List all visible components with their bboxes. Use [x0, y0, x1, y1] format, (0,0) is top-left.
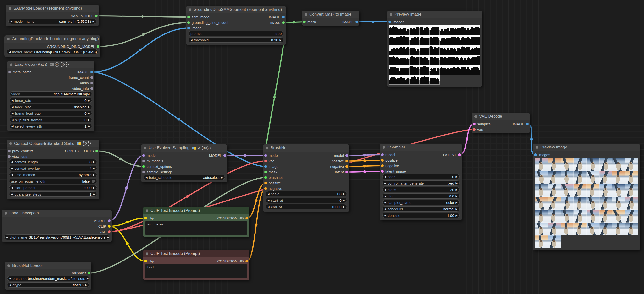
- node-collapse-dot[interactable]: [390, 13, 392, 16]
- output-dot-IMAGE[interactable]: [90, 71, 93, 73]
- widget-frame_load_cap[interactable]: ◀frame_load_cap0▶: [10, 111, 92, 116]
- widget-right-arrow[interactable]: ▶: [280, 39, 282, 41]
- node-title-bar[interactable]: Load Checkpoint: [2, 210, 112, 217]
- widget-right-arrow[interactable]: ▶: [456, 208, 458, 210]
- node-collapse-dot[interactable]: [144, 147, 146, 149]
- widget-right-arrow[interactable]: ▶: [456, 188, 458, 191]
- widget-steps[interactable]: ◀steps20▶: [382, 187, 460, 192]
- input-dot-image[interactable]: [187, 27, 190, 29]
- output-dot-MASK[interactable]: [282, 21, 285, 24]
- widget-brushnet[interactable]: ◀brushnetbrushnet/random_mask.safetensor…: [7, 276, 89, 281]
- widget-start_at[interactable]: ◀start_at0▶: [266, 198, 347, 203]
- node-collapse-dot[interactable]: [10, 63, 12, 66]
- input-dot-images[interactable]: [388, 20, 391, 23]
- output-dot-CLIP[interactable]: [108, 225, 110, 228]
- node-title-bar[interactable]: CLIP Text Encode (Prompt): [143, 250, 249, 258]
- widget-skip_first_frames[interactable]: ◀skip_first_frames0▶: [10, 117, 92, 122]
- input-dot-negative[interactable]: [264, 187, 267, 190]
- input-dot-view_opts[interactable]: [8, 155, 10, 158]
- widget-right-arrow[interactable]: ▶: [93, 174, 95, 176]
- widget-right-arrow[interactable]: ▶: [456, 175, 458, 178]
- node-use_evolved[interactable]: Use Evolved SamplingAD2modelMODELm_model…: [141, 144, 227, 182]
- output-dot-latent[interactable]: [346, 171, 348, 173]
- node-title-bar[interactable]: Use Evolved SamplingAD2: [141, 144, 227, 152]
- node-dino_loader[interactable]: GroundingDinoModelLoader (segment anythi…: [4, 35, 100, 57]
- widget-right-arrow[interactable]: ▶: [221, 176, 223, 179]
- output-dot-CONDITIONING[interactable]: [246, 260, 248, 263]
- widget-control_after_generate[interactable]: ◀control_after_generatefixed▶: [382, 180, 460, 186]
- widget-left-arrow[interactable]: ◀: [11, 161, 13, 163]
- widget-right-arrow[interactable]: ▶: [456, 195, 458, 197]
- widget-left-arrow[interactable]: ◀: [12, 112, 14, 115]
- node-brushnet[interactable]: BrushNetmodelmodelvaepositiveimagenegati…: [263, 144, 349, 212]
- widget-dtype[interactable]: ◀dtypefloat16▶: [7, 282, 89, 288]
- output-dot-brushnet[interactable]: [88, 272, 90, 275]
- widget-seed[interactable]: ◀seed0▶: [382, 174, 460, 179]
- node-collapse-dot[interactable]: [8, 7, 11, 10]
- input-dot-sample_settings[interactable]: [142, 171, 145, 173]
- node-collapse-dot[interactable]: [7, 38, 10, 40]
- input-dot-mask[interactable]: [303, 20, 306, 23]
- widget-end_at[interactable]: ◀end_at10000▶: [266, 204, 347, 209]
- widget-right-arrow[interactable]: ▶: [93, 161, 95, 163]
- widget-left-arrow[interactable]: ◀: [9, 277, 11, 280]
- output-dot-MODEL[interactable]: [224, 154, 226, 157]
- node-title-bar[interactable]: Preview Image: [533, 144, 640, 151]
- output-dot-negative[interactable]: [346, 165, 348, 168]
- widget-right-arrow[interactable]: ▶: [343, 193, 345, 195]
- node-context_options[interactable]: Context Options◆Standard StaticADprev_co…: [7, 140, 99, 199]
- node-title-bar[interactable]: Context Options◆Standard StaticAD: [7, 140, 99, 147]
- widget-left-arrow[interactable]: ◀: [8, 51, 10, 53]
- widget-left-arrow[interactable]: ◀: [384, 175, 386, 178]
- node-collapse-dot[interactable]: [304, 13, 307, 16]
- widget-left-arrow[interactable]: ◀: [12, 106, 14, 108]
- node-title-bar[interactable]: GroundingDinoModelLoader (segment anythi…: [4, 35, 100, 43]
- output-dot-GROUNDING_DINO_MODEL[interactable]: [97, 45, 99, 48]
- input-dot-samples[interactable]: [473, 123, 476, 125]
- widget-left-arrow[interactable]: ◀: [384, 208, 386, 210]
- widget-left-arrow[interactable]: ◀: [11, 167, 13, 170]
- widget-left-arrow[interactable]: ◀: [384, 201, 386, 204]
- widget-force_size[interactable]: ◀force_sizeDisabled▶: [10, 104, 92, 109]
- output-dot-IMAGE[interactable]: [526, 123, 529, 125]
- node-collapse-dot[interactable]: [536, 146, 538, 149]
- widget-left-arrow[interactable]: ◀: [9, 284, 11, 286]
- widget-model_name[interactable]: ◀model_nameGroundingDINO_SwinT_OGC (694M…: [7, 49, 98, 54]
- output-dot-model[interactable]: [346, 154, 348, 157]
- output-dot-SAM_MODEL[interactable]: [95, 14, 98, 17]
- input-dot-image[interactable]: [264, 165, 267, 168]
- widget-right-arrow[interactable]: ▶: [343, 206, 345, 208]
- widget-fuse_method[interactable]: ◀fuse_methodpyramid▶: [9, 172, 97, 177]
- widget-denoise[interactable]: ◀denoise1.00▶: [382, 213, 460, 218]
- widget-right-arrow[interactable]: ▶: [88, 106, 90, 108]
- input-dot-clip[interactable]: [144, 260, 147, 263]
- node-preview_top[interactable]: Preview Imageimages: [387, 11, 482, 87]
- widget-left-arrow[interactable]: ◀: [384, 182, 386, 185]
- node-clip_neg[interactable]: CLIP Text Encode (Prompt)clipCONDITIONIN…: [143, 250, 249, 280]
- node-title-bar[interactable]: VAE Decode: [472, 113, 530, 120]
- input-dot-model[interactable]: [142, 154, 145, 157]
- widget-left-arrow[interactable]: ◀: [146, 176, 147, 179]
- output-dot-VAE[interactable]: [108, 230, 110, 233]
- widget-left-arrow[interactable]: ◀: [10, 20, 12, 23]
- input-dot-m_models[interactable]: [142, 160, 145, 162]
- widget-guarantee_steps[interactable]: ◀guarantee_steps1▶: [9, 191, 97, 197]
- widget-video[interactable]: video./input/AnimateDiff.mp4: [10, 91, 92, 97]
- widget-left-arrow[interactable]: ◀: [190, 39, 192, 41]
- output-dot-MODEL[interactable]: [108, 219, 110, 222]
- widget-model_name[interactable]: ◀model_namesam_vit_h (2.56GB)▶: [8, 19, 96, 24]
- input-dot-negative[interactable]: [381, 164, 384, 167]
- widget-left-arrow[interactable]: ◀: [11, 174, 13, 176]
- output-dot-video_info[interactable]: [90, 87, 93, 90]
- widget-left-arrow[interactable]: ◀: [12, 125, 14, 128]
- widget-left-arrow[interactable]: ◀: [384, 214, 386, 217]
- node-title-bar[interactable]: Preview Image: [387, 11, 482, 18]
- node-ksampler[interactable]: KSamplermodelLATENTpositivenegativelaten…: [380, 144, 462, 220]
- input-dot-model[interactable]: [264, 154, 267, 157]
- node-gds[interactable]: GroundingDinoSAMSegment (segment anythin…: [186, 6, 286, 45]
- widget-start_percent[interactable]: ◀start_percent0.000▶: [9, 185, 97, 190]
- widget-right-arrow[interactable]: ▶: [456, 201, 458, 204]
- input-dot-latent_image[interactable]: [381, 170, 384, 173]
- input-dot-meta_batch[interactable]: [8, 71, 11, 73]
- node-collapse-dot[interactable]: [146, 209, 148, 212]
